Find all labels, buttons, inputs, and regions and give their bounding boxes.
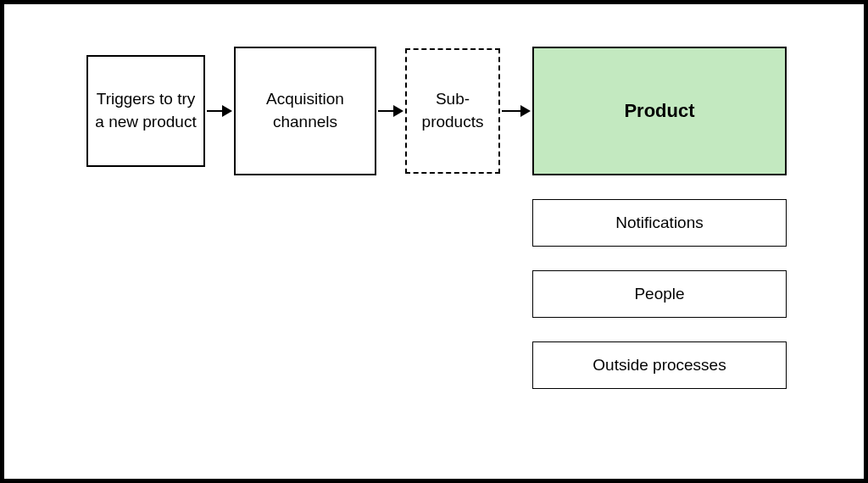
- box-triggers: Triggers to try a new product: [86, 55, 205, 167]
- box-product: Product: [532, 47, 787, 175]
- diagram-container: Triggers to try a new product Acquisitio…: [0, 0, 868, 483]
- box-triggers-label: Triggers to try a new product: [95, 88, 197, 133]
- box-acquisition: Acquisition channels: [234, 47, 376, 175]
- arrow-icon: [502, 105, 531, 117]
- box-notifications: Notifications: [532, 199, 787, 247]
- box-outside: Outside processes: [532, 341, 787, 389]
- box-notifications-label: Notifications: [615, 212, 704, 235]
- box-subproducts-label: Sub-products: [414, 88, 492, 133]
- box-people: People: [532, 270, 787, 318]
- box-product-label: Product: [624, 98, 694, 125]
- arrow-icon: [207, 105, 232, 117]
- arrow-icon: [378, 105, 403, 117]
- box-acquisition-label: Acquisition channels: [242, 88, 368, 133]
- box-outside-label: Outside processes: [593, 354, 726, 377]
- box-people-label: People: [634, 283, 684, 306]
- box-subproducts: Sub-products: [405, 48, 500, 174]
